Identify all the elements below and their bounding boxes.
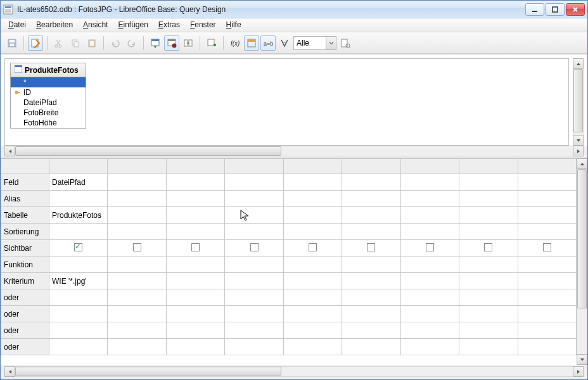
close-button[interactable] <box>566 3 585 16</box>
row-header-field[interactable]: Feld <box>1 174 49 191</box>
scroll-right-icon[interactable] <box>573 366 584 377</box>
column-header[interactable] <box>108 159 166 174</box>
grid-cell[interactable] <box>225 273 283 289</box>
grid-cell[interactable] <box>225 191 283 207</box>
grid-cell[interactable] <box>518 207 577 224</box>
grid-cell[interactable] <box>283 339 342 355</box>
edit-button[interactable] <box>28 35 43 51</box>
undo-button[interactable] <box>108 35 123 51</box>
grid-cell[interactable]: WIE '*.jpg' <box>49 273 108 289</box>
menu-ansicht[interactable]: Ansicht <box>78 18 113 32</box>
grid-cell[interactable] <box>225 207 283 224</box>
grid-cell[interactable] <box>400 256 459 273</box>
grid-cell[interactable] <box>518 191 577 207</box>
grid-cell[interactable] <box>166 174 224 191</box>
row-header-alias[interactable]: Alias <box>1 191 49 207</box>
grid-cell[interactable] <box>166 191 224 207</box>
grid-cell[interactable] <box>342 240 400 256</box>
grid-cell[interactable] <box>108 224 166 240</box>
grid-cell[interactable] <box>459 174 518 191</box>
save-button[interactable] <box>4 35 20 51</box>
grid-cell[interactable] <box>459 306 518 322</box>
grid-cell[interactable] <box>400 273 459 289</box>
menu-bearbeiten[interactable]: Bearbeiten <box>31 18 78 32</box>
grid-cell[interactable] <box>49 191 108 207</box>
grid-cell[interactable] <box>342 207 400 224</box>
grid-cell[interactable] <box>459 240 518 256</box>
scroll-down-icon[interactable] <box>577 354 587 365</box>
grid-cell[interactable] <box>108 289 166 306</box>
grid-cell[interactable] <box>518 256 577 273</box>
grid-cell[interactable] <box>518 240 577 256</box>
grid-cell[interactable] <box>518 322 577 339</box>
grid-cell[interactable] <box>518 339 577 355</box>
visible-checkbox[interactable] <box>309 243 317 251</box>
grid-cell[interactable] <box>518 224 577 240</box>
grid-cell[interactable] <box>459 273 518 289</box>
row-header-function[interactable]: Funktion <box>1 256 49 273</box>
grid-cell[interactable] <box>166 306 224 322</box>
scroll-up-icon[interactable] <box>577 158 587 169</box>
grid-cell[interactable] <box>166 224 224 240</box>
add-table-button[interactable] <box>204 35 219 51</box>
grid-cell[interactable] <box>342 174 400 191</box>
grid-cell[interactable] <box>283 207 342 224</box>
grid-cell[interactable] <box>283 273 342 289</box>
distinct-values-button[interactable] <box>277 35 292 51</box>
menu-datei[interactable]: Datei <box>3 18 31 32</box>
design-view-toggle[interactable] <box>181 35 196 51</box>
grid-cell[interactable] <box>400 322 459 339</box>
row-header-or3[interactable]: oder <box>1 322 49 339</box>
visible-checkbox[interactable] <box>133 243 141 251</box>
scroll-up-icon[interactable] <box>573 58 584 69</box>
table-field-row[interactable]: FotoBreite <box>11 108 86 118</box>
grid-cell[interactable] <box>166 273 224 289</box>
grid-cell[interactable] <box>225 306 283 322</box>
grid-cell[interactable] <box>283 174 342 191</box>
design-grid[interactable]: FeldDateiPfadAliasTabelleProdukteFotosSo… <box>1 158 577 365</box>
grid-cell[interactable] <box>166 322 224 339</box>
maximize-button[interactable] <box>546 3 565 16</box>
scroll-left-icon[interactable] <box>4 146 15 156</box>
grid-cell[interactable] <box>283 289 342 306</box>
tables-pane-hscroll[interactable] <box>4 146 584 156</box>
grid-cell[interactable] <box>400 289 459 306</box>
chevron-down-icon[interactable] <box>326 37 336 49</box>
menu-einfügen[interactable]: Einfügen <box>113 18 153 32</box>
grid-cell[interactable] <box>342 322 400 339</box>
grid-cell[interactable] <box>225 289 283 306</box>
paste-button[interactable] <box>84 35 99 51</box>
grid-cell[interactable] <box>49 240 108 256</box>
grid-cell[interactable] <box>518 289 577 306</box>
grid-cell[interactable] <box>400 174 459 191</box>
grid-cell[interactable] <box>49 256 108 273</box>
scroll-right-icon[interactable] <box>573 146 584 156</box>
grid-cell[interactable] <box>108 191 166 207</box>
redo-button[interactable] <box>124 35 139 51</box>
grid-cell[interactable] <box>518 273 577 289</box>
table-field-row[interactable]: * <box>11 77 86 87</box>
column-header[interactable] <box>400 159 459 174</box>
row-header-visible[interactable]: Sichtbar <box>1 240 49 256</box>
grid-cell[interactable] <box>108 256 166 273</box>
grid-cell[interactable] <box>342 273 400 289</box>
table-field-list[interactable]: *IDDateiPfadFotoBreiteFotoHöhe <box>11 77 86 128</box>
aliases-button[interactable]: a=b <box>260 35 276 51</box>
menu-hilfe[interactable]: Hilfe <box>221 18 246 32</box>
grid-cell[interactable] <box>49 322 108 339</box>
copy-button[interactable] <box>68 35 83 51</box>
grid-cell[interactable] <box>166 207 224 224</box>
tables-pane[interactable]: ProdukteFotos *IDDateiPfadFotoBreiteFoto… <box>4 58 569 146</box>
grid-cell[interactable] <box>166 339 224 355</box>
grid-cell[interactable] <box>49 306 108 322</box>
grid-cell[interactable]: DateiPfad <box>49 174 108 191</box>
grid-cell[interactable] <box>342 256 400 273</box>
table-field-row[interactable]: DateiPfad <box>11 98 86 108</box>
table-field-row[interactable]: FotoHöhe <box>11 118 86 128</box>
visible-checkbox[interactable] <box>191 243 200 251</box>
limit-dropdown[interactable] <box>293 36 336 50</box>
grid-cell[interactable] <box>459 224 518 240</box>
grid-cell[interactable] <box>49 224 108 240</box>
grid-cell[interactable] <box>108 339 166 355</box>
grid-cell[interactable] <box>166 240 224 256</box>
